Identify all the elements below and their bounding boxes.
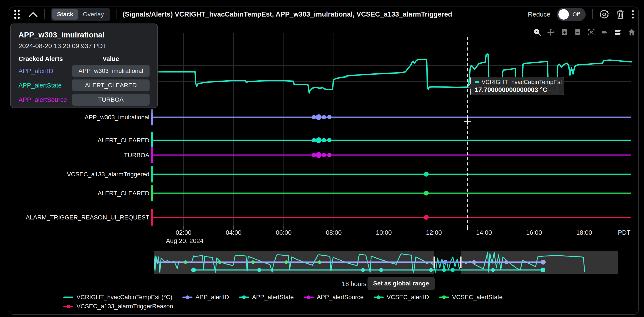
drag-handle-icon[interactable] <box>12 9 22 20</box>
legend-item[interactable]: VCSEC_alertState <box>439 294 503 301</box>
alert-value-chip: APP_w303_imulrational <box>72 65 150 77</box>
collapse-chevron-icon[interactable] <box>28 11 38 18</box>
legend-label: VCRIGHT_hvacCabinTempEst (°C) <box>76 294 172 301</box>
x-tick-label: 12:00 <box>426 229 442 236</box>
toggle-knob <box>558 9 569 20</box>
reduce-toggle[interactable]: Off <box>557 8 586 21</box>
widget-title: (Signals/Alerts) VCRIGHT_hvacCabinTempEs… <box>122 10 452 18</box>
legend-label: APP_alertState <box>252 294 294 301</box>
tab-stack[interactable]: Stack <box>52 9 78 20</box>
legend-label: VCSEC_a133_alarmTriggerReason <box>76 303 173 310</box>
mode-segmented-control: Stack Overlay <box>51 8 110 21</box>
event-marker[interactable] <box>327 115 332 119</box>
legend-label: APP_alertSource <box>317 294 364 301</box>
range-slider[interactable] <box>154 250 618 274</box>
gridlines <box>152 33 631 230</box>
zoom-out-icon[interactable] <box>574 28 582 36</box>
date-label: Aug 20, 2024 <box>166 237 204 244</box>
tooltip-value: 17.700000000000003 °C <box>474 86 560 94</box>
kebab-menu-icon[interactable] <box>631 9 634 20</box>
event-marker[interactable] <box>322 153 326 157</box>
panel-title: APP_w303_imulrational <box>18 30 150 39</box>
x-tick-label: 04:00 <box>226 229 242 236</box>
legend-item[interactable]: VCSEC_a133_alarmTriggerReason <box>63 303 173 310</box>
x-axis: 02:0004:0006:0008:0010:0012:0014:0016:00… <box>166 229 630 244</box>
legend-item[interactable]: APP_alertID <box>182 294 229 301</box>
alert-field-label: APP_alertState <box>18 82 68 89</box>
legend-swatch-icon <box>63 296 73 298</box>
signal-axis-tick <box>151 109 152 126</box>
x-tick-label: 10:00 <box>376 229 392 236</box>
event-marker[interactable] <box>424 172 429 176</box>
legend-label: VCSEC_alertID <box>387 294 429 301</box>
x-tick-label: 08:00 <box>326 229 342 236</box>
toolbar-divider <box>592 9 592 20</box>
range-duration-label: 18 hours <box>342 280 366 288</box>
signal-rows: APP_w303_imulrationalALERT_CLEAREDTURBOA… <box>26 109 631 226</box>
zoom-in-icon[interactable] <box>560 28 569 36</box>
legend-swatch-icon <box>374 296 384 298</box>
pan-icon[interactable] <box>546 28 555 36</box>
event-marker[interactable] <box>312 153 316 157</box>
chart-legend: VCRIGHT_hvacCabinTempEst (°C)APP_alertID… <box>63 292 502 311</box>
toolbar: Stack Overlay (Signals/Alerts) VCRIGHT_h… <box>12 8 452 21</box>
event-marker[interactable] <box>424 215 429 220</box>
cracked-alerts-panel: APP_w303_imulrational 2024-08-20 13:20:0… <box>10 24 158 108</box>
legend-swatch-icon <box>304 296 314 298</box>
range-mask-right <box>461 250 618 274</box>
event-marker[interactable] <box>322 115 326 119</box>
toolbar-divider <box>116 9 116 20</box>
hover-compare-icon[interactable] <box>614 28 623 36</box>
signal-axis-tick <box>151 185 152 202</box>
alert-field-label: APP_alertSource <box>18 96 68 104</box>
signal-axis-tick <box>151 209 152 226</box>
reduce-label: Reduce <box>528 11 550 18</box>
x-tick-label: 02:00 <box>176 229 192 236</box>
range-handle-right[interactable] <box>460 256 462 268</box>
range-handle-left[interactable] <box>434 256 435 268</box>
set-global-range-button[interactable]: Set as global range <box>368 277 435 290</box>
event-marker[interactable] <box>312 138 316 142</box>
legend-item[interactable]: APP_alertState <box>239 294 294 301</box>
settings-gear-icon[interactable] <box>599 9 609 20</box>
hover-tooltip: VCRIGHT_hvacCabinTempEst 17.700000000000… <box>470 77 564 95</box>
signal-row-label: APP_w303_imulrational <box>85 114 149 120</box>
tab-overlay[interactable]: Overlay <box>78 9 109 20</box>
toolbar-divider <box>44 9 45 20</box>
signal-axis-tick <box>151 132 152 148</box>
event-marker[interactable] <box>424 191 429 196</box>
signal-row-label: ALERT_CLEARED <box>98 190 149 196</box>
legend-swatch-icon <box>182 296 192 298</box>
x-tick-label: 18:00 <box>576 229 592 236</box>
x-tick-label: 06:00 <box>276 229 292 236</box>
zoom-icon[interactable] <box>533 28 542 36</box>
timezone-label: PDT <box>618 229 630 236</box>
legend-item[interactable]: VCRIGHT_hvacCabinTempEst (°C) <box>63 294 172 301</box>
alert-value-chip: TURBOA <box>72 94 150 106</box>
signal-axis-tick <box>151 147 152 163</box>
event-marker[interactable] <box>316 152 322 158</box>
legend-item[interactable]: APP_alertSource <box>304 294 364 301</box>
signals-alerts-widget: Stack Overlay (Signals/Alerts) VCRIGHT_h… <box>0 0 644 317</box>
event-marker[interactable] <box>322 138 326 142</box>
event-marker[interactable] <box>327 153 332 157</box>
hover-closest-icon[interactable] <box>600 28 609 36</box>
event-marker[interactable] <box>327 138 332 142</box>
column-header-value: Value <box>72 55 150 62</box>
signal-axis-tick <box>151 166 152 182</box>
event-marker[interactable] <box>316 138 322 143</box>
reset-home-icon[interactable] <box>628 28 636 36</box>
signal-row-label: VCSEC_a133_alarmTriggered <box>67 171 149 178</box>
autoscale-icon[interactable] <box>587 28 596 36</box>
toggle-state-label: Off <box>572 11 580 18</box>
legend-item[interactable]: VCSEC_alertID <box>374 294 429 301</box>
column-header-alerts: Cracked Alerts <box>18 55 68 62</box>
x-tick-label: 14:00 <box>476 229 492 236</box>
delete-trash-icon[interactable] <box>616 9 625 20</box>
legend-row: VCSEC_a133_alarmTriggerReason <box>63 302 502 311</box>
chart-modebar <box>533 28 636 36</box>
event-marker[interactable] <box>312 115 316 119</box>
event-marker[interactable] <box>316 114 322 120</box>
toolbar-right: Reduce Off <box>528 8 634 21</box>
x-tick-label: 16:00 <box>526 229 542 236</box>
